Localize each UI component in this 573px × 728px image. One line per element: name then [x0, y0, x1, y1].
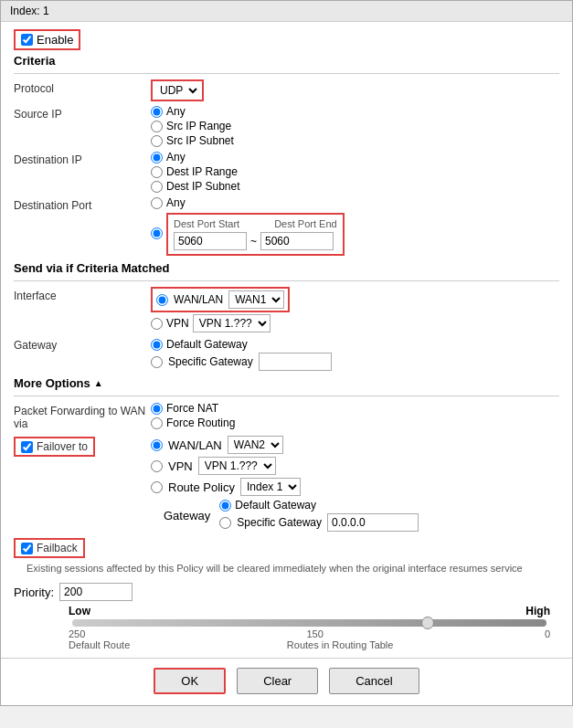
ok-button[interactable]: OK: [154, 668, 226, 694]
dest-port-start-header: Dest Port Start: [174, 218, 239, 229]
source-ip-controls: Any Src IP Range Src IP Subnet: [151, 105, 559, 147]
failover-checkbox[interactable]: [21, 441, 33, 453]
failover-vpn-radio[interactable]: [151, 460, 163, 472]
dest-port-end-input[interactable]: [260, 232, 334, 250]
interface-controls: WAN/LAN WAN1 WAN2 VPN VPN 1.???: [151, 287, 559, 332]
gateway-specific-input[interactable]: [259, 353, 332, 371]
slider-marker2-value: 150: [306, 628, 323, 639]
more-options-title: More Options ▲: [14, 376, 559, 390]
force-nat-label: Force NAT: [166, 402, 218, 415]
failback-checkbox[interactable]: [21, 543, 33, 554]
failover-wan-select[interactable]: WAN2 WAN1: [228, 436, 283, 454]
protocol-select-row: UDP TCP Any: [151, 79, 559, 101]
failover-specific-gw-input[interactable]: [327, 513, 419, 532]
source-ip-subnet-radio[interactable]: [151, 135, 163, 147]
failover-wanlan-row: WAN/LAN WAN2 WAN1: [151, 436, 559, 454]
failover-specific-gw-radio[interactable]: [219, 517, 231, 529]
force-routing-label: Force Routing: [166, 417, 235, 429]
failover-row: Failover to WAN/LAN WAN2 WAN1 VPN VPN 1: [14, 434, 559, 532]
source-ip-range-label: Src IP Range: [166, 120, 231, 132]
failover-box: Failover to: [14, 437, 95, 457]
session-note: Existing sessions affected by this Polic…: [27, 562, 538, 575]
failover-gateway-label: Gateway: [164, 509, 210, 522]
interface-wanlan-radio[interactable]: [156, 294, 168, 306]
failover-wanlan-label: WAN/LAN: [168, 438, 222, 452]
failover-vpn-row: VPN VPN 1.???: [151, 457, 559, 475]
source-ip-any-label: Any: [166, 105, 186, 118]
failover-gateway-row: Gateway Default Gateway Specific Gateway: [164, 499, 559, 532]
gateway-default-radio[interactable]: [151, 339, 163, 351]
slider-area: Low High 250 150 0 Default Route Rou: [69, 605, 550, 650]
failback-box: Failback: [14, 538, 85, 558]
protocol-select-wrap: UDP TCP Any: [151, 79, 204, 101]
dest-port-range-row: Dest Port Start Dest Port End ~: [151, 211, 559, 256]
dest-port-end-header: Dest Port End: [274, 218, 336, 229]
failover-route-policy-select[interactable]: Index 1 Index 2: [240, 478, 301, 496]
clear-button[interactable]: Clear: [237, 668, 318, 694]
gateway-row: Gateway Default Gateway Specific Gateway: [14, 336, 559, 371]
protocol-select[interactable]: UDP TCP Any: [154, 82, 200, 99]
source-ip-any-radio[interactable]: [151, 106, 163, 118]
failover-route-policy-radio[interactable]: [151, 481, 163, 493]
slider-track: [72, 619, 546, 627]
force-routing-radio[interactable]: [151, 417, 163, 429]
slider-marker1-value: 250: [69, 628, 85, 639]
dest-port-start-input[interactable]: [174, 232, 247, 250]
low-label: Low: [69, 605, 90, 617]
slider-marker2-sublabel: Routes in Routing Table: [287, 639, 394, 650]
gateway-specific-label: Specific Gateway: [168, 355, 253, 368]
failover-wanlan-radio[interactable]: [151, 439, 163, 451]
failover-vpn-select[interactable]: VPN 1.???: [198, 457, 276, 475]
force-nat-radio[interactable]: [151, 403, 163, 415]
interface-label: Interface: [14, 287, 151, 302]
more-options-label: More Options: [14, 376, 90, 390]
gateway-specific-row: Specific Gateway: [151, 353, 559, 371]
interface-vpn-select[interactable]: VPN 1.???: [193, 314, 271, 332]
failover-specific-gw-row: Specific Gateway: [219, 513, 419, 532]
priority-label: Priority:: [14, 586, 54, 599]
dest-port-any-row: Any: [151, 196, 559, 209]
slider-end-value: 0: [545, 628, 550, 639]
enable-checkbox[interactable]: [21, 34, 33, 46]
interface-vpn-radio[interactable]: [151, 318, 163, 330]
failback-label-wrap: Failback: [14, 535, 151, 558]
gateway-controls: Default Gateway Specific Gateway: [151, 338, 559, 371]
dest-ip-any-label: Any: [166, 151, 186, 164]
priority-section: Priority: Low High 250 150: [14, 583, 559, 650]
dest-port-box: Dest Port Start Dest Port End ~: [166, 213, 345, 256]
cancel-button[interactable]: Cancel: [329, 668, 419, 694]
source-ip-range-radio[interactable]: [151, 121, 163, 132]
high-label: High: [525, 605, 550, 617]
dest-port-inner: Dest Port Start Dest Port End: [174, 218, 337, 229]
main-window: Index: 1 Enable Criteria Protocol UDP TC…: [0, 0, 573, 706]
bottom-buttons: OK Clear Cancel: [1, 658, 572, 705]
slider-marker1-sublabel: Default Route: [69, 639, 130, 650]
source-ip-range-row: Src IP Range: [151, 120, 559, 132]
enable-box: Enable: [14, 29, 80, 50]
tilde-label: ~: [250, 235, 257, 248]
slider-thumb[interactable]: [421, 617, 434, 629]
send-via-divider: [14, 280, 559, 281]
failover-default-gw-row: Default Gateway: [219, 499, 419, 512]
dest-ip-any-radio[interactable]: [151, 152, 163, 164]
protocol-controls: UDP TCP Any: [151, 79, 559, 101]
interface-wanlan-row: WAN/LAN WAN1 WAN2: [151, 287, 559, 312]
priority-input[interactable]: [59, 583, 133, 601]
dest-ip-range-radio[interactable]: [151, 166, 163, 178]
dest-port-range-radio[interactable]: [151, 227, 163, 239]
source-ip-any-row: Any: [151, 105, 559, 118]
failover-controls: WAN/LAN WAN2 WAN1 VPN VPN 1.??? Route Po…: [151, 436, 559, 532]
dest-ip-subnet-row: Dest IP Subnet: [151, 180, 559, 193]
gateway-specific-radio[interactable]: [151, 356, 163, 368]
failover-default-gw-radio[interactable]: [219, 500, 231, 512]
failover-route-policy-row: Route Policy Index 1 Index 2: [151, 478, 559, 496]
interface-row: Interface WAN/LAN WAN1 WAN2 VPN: [14, 287, 559, 332]
dest-port-any-radio[interactable]: [151, 197, 163, 209]
dest-ip-subnet-radio[interactable]: [151, 181, 163, 193]
criteria-title: Criteria: [14, 54, 559, 68]
interface-wan-select[interactable]: WAN1 WAN2: [228, 290, 284, 309]
interface-vpn-row: VPN VPN 1.???: [151, 314, 559, 332]
slider-bottom-values: 250 150 0: [69, 628, 550, 639]
dest-ip-label: Destination IP: [14, 151, 151, 166]
dest-ip-row: Destination IP Any Dest IP Range Dest IP…: [14, 151, 559, 193]
